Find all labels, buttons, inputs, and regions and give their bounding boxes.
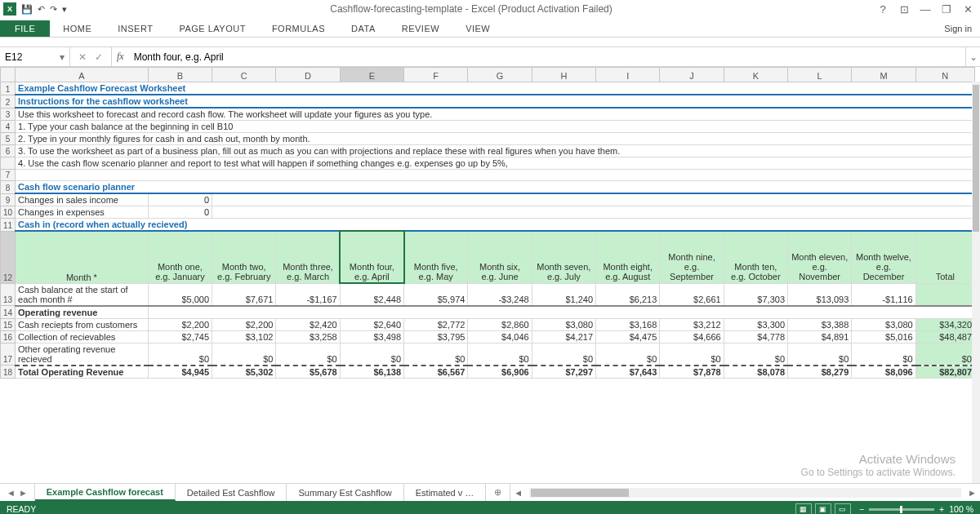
col-header[interactable]: D (276, 68, 340, 82)
zoom-control[interactable]: − + 100 % (859, 504, 973, 514)
tab-page-layout[interactable]: PAGE LAYOUT (166, 20, 259, 37)
cell[interactable]: Operating revenue (16, 306, 149, 319)
cell[interactable]: $3,795 (404, 330, 468, 343)
minimize-icon[interactable]: — (918, 2, 933, 16)
new-sheet-icon[interactable]: ⊕ (486, 484, 510, 501)
cell[interactable]: $0 (340, 343, 403, 366)
cell[interactable]: Use this worksheet to forecast and recor… (16, 108, 975, 121)
section-scenario[interactable]: Cash flow scenario planner (16, 181, 975, 194)
tab-review[interactable]: REVIEW (389, 20, 452, 37)
restore-icon[interactable]: ❐ (939, 2, 954, 16)
cell[interactable]: $3,258 (276, 330, 340, 343)
zoom-out-icon[interactable]: − (859, 504, 864, 514)
cell[interactable]: $2,200 (148, 318, 212, 330)
tab-view[interactable]: VIEW (452, 20, 503, 37)
row-header[interactable]: 1 (1, 82, 16, 95)
cell[interactable]: Month two, e.g. February (212, 231, 276, 283)
tab-file[interactable]: FILE (0, 20, 50, 37)
row-header[interactable]: 11 (1, 219, 16, 232)
cell[interactable]: $3,300 (724, 318, 787, 330)
page-layout-view-icon[interactable]: ▣ (815, 503, 831, 514)
zoom-in-icon[interactable]: + (939, 504, 944, 514)
cell[interactable]: $8,279 (788, 366, 852, 379)
row-header[interactable]: 12 (1, 231, 16, 283)
section-instructions[interactable]: Instructions for the cashflow worksheet (16, 95, 975, 108)
row-header[interactable]: 6 (1, 145, 16, 157)
name-box[interactable]: ▾ (0, 47, 70, 66)
cell[interactable]: Month nine, e.g. September (660, 231, 724, 283)
col-header[interactable]: H (532, 68, 595, 82)
cell[interactable]: $8,078 (724, 366, 787, 379)
cell[interactable]: $0 (532, 343, 595, 366)
cell[interactable]: $5,016 (852, 330, 915, 343)
row-header[interactable]: 14 (1, 306, 16, 319)
page-break-view-icon[interactable]: ▭ (835, 503, 851, 514)
col-header[interactable]: C (212, 68, 276, 82)
col-header[interactable]: N (915, 68, 974, 82)
cell[interactable]: Month seven, e.g. July (532, 231, 595, 283)
cell[interactable]: Cash balance at the start of each month … (16, 283, 149, 306)
cell[interactable]: $0 (596, 343, 660, 366)
cell[interactable]: $0 (788, 343, 852, 366)
cell[interactable]: $5,000 (148, 283, 212, 306)
cell[interactable]: Month ten, e.g. October (724, 231, 787, 283)
cell[interactable]: $2,200 (212, 318, 276, 330)
cell[interactable]: $4,945 (148, 366, 212, 379)
cell[interactable]: Month eight, e.g. August (596, 231, 660, 283)
cell[interactable]: $0 (212, 343, 276, 366)
row-header[interactable]: 2 (1, 95, 16, 108)
col-header[interactable]: E (340, 68, 403, 82)
section-cashin[interactable]: Cash in (record when actually recieved) (16, 219, 975, 232)
formula-expand-icon[interactable]: ⌄ (965, 47, 980, 66)
column-headers[interactable]: A B C D E F G H I J K L M N (1, 68, 975, 82)
cell[interactable]: $2,448 (340, 283, 403, 306)
cell[interactable] (915, 283, 974, 306)
cell[interactable]: -$1,116 (852, 283, 915, 306)
col-header[interactable]: B (148, 68, 212, 82)
cell[interactable]: 1. Type your cash balance at the beginni… (16, 121, 975, 133)
cell[interactable]: $6,138 (340, 366, 403, 379)
sheet-tab[interactable]: Detailed Est Cashflow (176, 484, 287, 501)
cell[interactable]: $0 (724, 343, 787, 366)
cell[interactable]: $4,475 (596, 330, 660, 343)
formula-input[interactable] (129, 47, 965, 66)
redo-icon[interactable]: ↷ (50, 4, 57, 15)
cell[interactable]: $0 (468, 343, 532, 366)
cell[interactable]: Month three, e.g. March (276, 231, 340, 283)
cell[interactable]: $2,860 (468, 318, 532, 330)
cell[interactable] (212, 193, 975, 206)
zoom-level[interactable]: 100 % (949, 504, 973, 514)
cell[interactable]: 4. Use the cash flow scenario planner an… (16, 157, 975, 170)
undo-icon[interactable]: ↶ (38, 4, 45, 15)
cell[interactable]: $34,320 (915, 318, 974, 330)
cell[interactable]: Total (915, 231, 974, 283)
name-box-dropdown-icon[interactable]: ▾ (60, 51, 65, 63)
cell[interactable]: $6,567 (404, 366, 468, 379)
cell[interactable]: Collection of recievables (16, 330, 149, 343)
row-header[interactable]: 4 (1, 121, 16, 133)
row-header[interactable]: 17 (1, 343, 16, 366)
cell[interactable]: $2,745 (148, 330, 212, 343)
sheet-nav-next-icon[interactable]: ► (19, 488, 28, 498)
col-header[interactable]: M (852, 68, 915, 82)
cell[interactable]: $13,093 (788, 283, 852, 306)
cell[interactable]: $7,671 (212, 283, 276, 306)
row-header[interactable]: 8 (1, 181, 16, 194)
row-header[interactable]: 16 (1, 330, 16, 343)
cell[interactable]: Month one, e.g. January (148, 231, 212, 283)
sheet-tab-active[interactable]: Example Cashflow forecast (35, 484, 176, 501)
cell[interactable]: $3,102 (212, 330, 276, 343)
cell[interactable] (16, 170, 975, 181)
cell[interactable]: Month eleven, e.g. November (788, 231, 852, 283)
save-icon[interactable]: 💾 (21, 4, 33, 15)
row-header[interactable]: 18 (1, 366, 16, 379)
cell[interactable]: $7,878 (660, 366, 724, 379)
worksheet-title[interactable]: Example Cashflow Forecast Worksheet (16, 82, 975, 95)
row-header[interactable]: 10 (1, 206, 16, 219)
horizontal-scrollbar[interactable]: ◄► (510, 484, 980, 501)
cell[interactable]: $0 (852, 343, 915, 366)
cell[interactable]: $82,807 (915, 366, 974, 379)
normal-view-icon[interactable]: ▦ (795, 503, 812, 514)
col-header[interactable]: J (660, 68, 724, 82)
cell[interactable]: Total Operating Revenue (16, 366, 149, 379)
